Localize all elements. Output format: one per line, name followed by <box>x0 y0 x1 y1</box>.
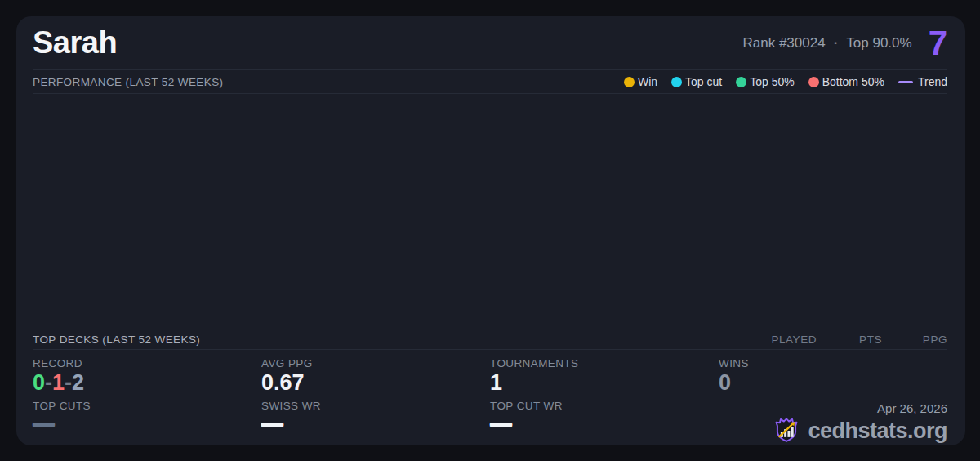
top-cut-wr-label: TOP CUT WR <box>490 400 719 412</box>
stat-swiss-wr: SWISS WR — <box>261 400 490 445</box>
legend-item-top-cut: Top cut <box>671 75 722 88</box>
tournaments-value: 1 <box>490 370 719 396</box>
legend-top-50-label: Top 50% <box>750 75 794 88</box>
top-cut-wr-value: — <box>490 412 719 436</box>
report-date: Apr 26, 2026 <box>719 401 947 415</box>
trend-line-icon <box>898 81 913 83</box>
legend-bottom-50-label: Bottom 50% <box>822 75 884 88</box>
column-header-played: PLAYED <box>751 333 817 346</box>
rank-group: Rank #30024 · Top 90.0% 7 <box>742 26 947 60</box>
chart-legend: Win Top cut Top 50% Bottom 50% Trend <box>624 75 947 88</box>
brand-row: cedhstats.org <box>719 416 947 445</box>
rank-label: Rank #30024 <box>742 35 825 51</box>
swiss-wr-value: — <box>261 412 490 436</box>
avg-ppg-value: 0.67 <box>261 370 490 396</box>
record-value: 0-1-2 <box>33 370 261 396</box>
player-name: Sarah <box>33 25 117 60</box>
performance-title: PERFORMANCE (LAST 52 WEEKS) <box>33 76 223 88</box>
stats-grid: RECORD 0-1-2 AVG PPG 0.67 TOURNAMENTS 1 … <box>33 350 947 445</box>
stat-avg-ppg: AVG PPG 0.67 <box>261 357 490 400</box>
stat-wins: WINS 0 <box>719 357 947 400</box>
performance-header-row: PERFORMANCE (LAST 52 WEEKS) Win Top cut … <box>33 70 947 94</box>
wins-label: WINS <box>719 357 947 369</box>
brand-name: cedhstats.org <box>808 418 947 444</box>
legend-item-win: Win <box>624 75 657 88</box>
top-decks-title: TOP DECKS (LAST 52 WEEKS) <box>33 333 751 346</box>
top-percent-label: Top 90.0% <box>846 35 911 51</box>
record-draws: 2 <box>72 370 84 395</box>
wins-value: 0 <box>719 370 947 396</box>
column-header-pts: PTS <box>817 333 882 346</box>
swiss-wr-label: SWISS WR <box>261 400 490 412</box>
top-cuts-label: TOP CUTS <box>33 400 261 412</box>
performance-chart-area <box>33 94 947 329</box>
avg-ppg-label: AVG PPG <box>261 357 490 369</box>
record-sep-2: - <box>65 370 72 395</box>
cedhstats-logo-icon <box>772 416 801 445</box>
stat-record: RECORD 0-1-2 <box>33 357 261 400</box>
legend-item-trend: Trend <box>898 75 947 88</box>
top-cuts-value: — <box>33 412 261 436</box>
legend-item-bottom-50: Bottom 50% <box>808 75 884 88</box>
player-stats-card: Sarah Rank #30024 · Top 90.0% 7 PERFORMA… <box>16 16 965 445</box>
legend-trend-label: Trend <box>918 75 947 88</box>
record-sep-1: - <box>45 370 52 395</box>
points-value: 7 <box>929 26 947 60</box>
record-label: RECORD <box>33 357 261 369</box>
legend-top-cut-label: Top cut <box>685 75 722 88</box>
record-wins: 0 <box>33 370 45 395</box>
bottom-50-dot-icon <box>808 77 819 87</box>
stat-top-cut-wr: TOP CUT WR — <box>490 400 719 445</box>
win-dot-icon <box>624 77 635 87</box>
top-cut-dot-icon <box>671 77 682 87</box>
top-50-dot-icon <box>736 77 746 87</box>
column-header-ppg: PPG <box>882 333 947 346</box>
legend-item-top-50: Top 50% <box>736 75 794 88</box>
stat-tournaments: TOURNAMENTS 1 <box>490 357 719 400</box>
card-header: Sarah Rank #30024 · Top 90.0% 7 <box>33 16 947 70</box>
tournaments-label: TOURNAMENTS <box>490 357 719 369</box>
legend-win-label: Win <box>638 75 657 88</box>
rank-separator: · <box>834 35 839 51</box>
footer: Apr 26, 2026 cedhstats.org <box>719 400 947 445</box>
record-losses: 1 <box>52 370 65 395</box>
stat-top-cuts: TOP CUTS — <box>33 400 261 445</box>
top-decks-header-row: TOP DECKS (LAST 52 WEEKS) PLAYED PTS PPG <box>33 329 947 350</box>
